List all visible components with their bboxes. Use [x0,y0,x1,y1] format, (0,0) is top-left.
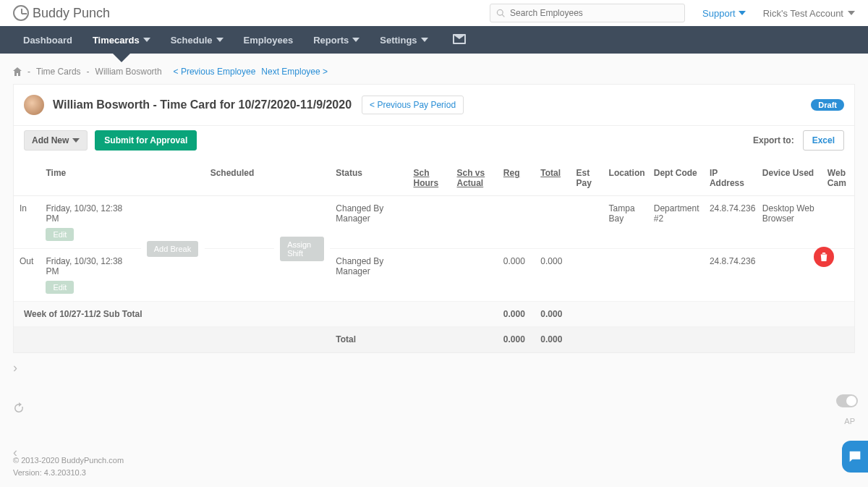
edit-button[interactable]: Edit [46,281,74,294]
breadcrumb-employee: William Bosworth [95,67,162,77]
chat-button[interactable] [842,441,868,473]
submit-for-approval-button[interactable]: Submit for Approval [95,130,197,151]
top-right: Support Rick's Test Account [490,4,855,22]
prev-pay-period-button[interactable]: < Previous Pay Period [362,96,464,114]
subtotal-row: Week of 10/27-11/2 Sub Total 0.000 0.000 [14,302,854,327]
cell-sch-hours [408,249,451,302]
add-new-button[interactable]: Add New [24,130,88,151]
export-zone: Export to: Excel [753,130,844,151]
col-header-blank [274,161,330,196]
chevron-down-icon [421,38,428,42]
nav-schedule[interactable]: Schedule [161,26,234,54]
cell-time: Friday, 10/30, 12:38 PM Edit [40,196,140,249]
col-header-ip[interactable]: IP Address [704,161,757,196]
cell-status: Changed By Manager [330,196,407,249]
search-box[interactable] [490,4,685,22]
chevron-down-icon [352,38,359,42]
subtotal-reg: 0.000 [498,302,535,327]
nav-mail[interactable] [453,34,466,46]
col-header-sch-hours[interactable]: Sch Hours [408,161,451,196]
cell-location [603,249,648,302]
cell-sch-vs [451,196,498,249]
col-header-dept-code[interactable]: Dept Code [648,161,704,196]
col-header-blank [141,161,205,196]
refresh-icon[interactable] [13,402,25,416]
col-header-time[interactable]: Time [40,161,140,196]
envelope-icon [453,34,466,44]
chat-icon [847,449,863,465]
account-link[interactable]: Rick's Test Account [763,8,855,19]
cell-scheduled [205,249,274,302]
cell-io: In [14,196,40,249]
col-header-device[interactable]: Device Used [757,161,822,196]
cell-ip: 24.8.74.236 [704,249,757,302]
export-excel-button[interactable]: Excel [803,130,844,151]
export-label: Export to: [753,135,794,145]
cell-assign-shift: Assign Shift [274,196,330,302]
prev-employee-link[interactable]: < Previous Employee [174,67,256,77]
col-header-status[interactable]: Status [330,161,407,196]
trash-icon [820,253,828,261]
timecard-card: William Bosworth - Time Card for 10/27/2… [13,84,855,353]
table-row: Out Friday, 10/30, 12:38 PM Edit Changed… [14,249,854,302]
timecard-table: Time Scheduled Status Sch Hours Sch vs A… [14,161,854,352]
add-new-label: Add New [32,135,69,145]
col-header-total[interactable]: Total [535,161,570,196]
account-label: Rick's Test Account [763,8,843,19]
toggle-switch[interactable] [836,394,858,407]
chevron-down-icon [216,38,224,42]
nav-dashboard[interactable]: Dashboard [13,26,82,54]
nav-employees[interactable]: Employees [234,26,304,54]
chevron-down-icon [848,11,855,15]
logo[interactable]: Buddy Punch [13,5,110,21]
cell-dept: Department #2 [648,196,704,249]
cell-total: 0.000 [535,249,570,302]
nav-timecards[interactable]: Timecards [82,26,161,54]
ap-badge: AP [844,417,855,425]
col-header-est-pay[interactable]: Est Pay [571,161,603,196]
chevron-down-icon [143,38,150,42]
nav-settings[interactable]: Settings [370,26,438,54]
home-icon[interactable] [13,67,22,76]
cell-location: Tampa Bay [603,196,648,249]
clock-icon [13,5,29,21]
cell-sch-hours [408,196,451,249]
col-header-sch-vs-actual[interactable]: Sch vs Actual [451,161,498,196]
assign-shift-button[interactable]: Assign Shift [280,237,324,261]
delete-button[interactable] [814,247,834,267]
nav-label: Timecards [93,35,140,46]
breadcrumb: - Time Cards - William Bosworth < Previo… [0,54,868,84]
page-title: William Bosworth - Time Card for 10/27/2… [53,98,352,111]
cell-reg: 0.000 [498,249,535,302]
status-badge: Draft [811,99,844,111]
col-header-location[interactable]: Location [603,161,648,196]
next-employee-link[interactable]: Next Employee > [261,67,328,77]
cell-add-break: Add Break [141,196,205,302]
col-header-scheduled[interactable]: Scheduled [205,161,274,196]
col-header-io [14,161,40,196]
toolbar: Add New Submit for Approval Export to: E… [14,126,854,161]
logo-text-punch: Punch [73,6,110,21]
expand-icon[interactable]: › [13,360,17,376]
support-link[interactable]: Support [702,8,746,19]
cell-sch-vs [451,249,498,302]
nav-label: Reports [313,35,349,46]
footer-copyright: © 2013-2020 BuddyPunch.com [13,454,124,467]
chevron-down-icon [72,138,80,143]
col-header-reg[interactable]: Reg [498,161,535,196]
top-header: Buddy Punch Support Rick's Test Account [0,0,868,26]
search-input[interactable] [510,8,676,18]
nav-reports[interactable]: Reports [303,26,370,54]
cell-time: Friday, 10/30, 12:38 PM Edit [40,249,140,302]
cell-status: Changed By Manager [330,249,407,302]
time-text: Friday, 10/30, 12:38 PM [46,256,122,276]
add-break-button[interactable]: Add Break [147,241,198,257]
col-header-web-cam[interactable]: Web Cam [822,161,854,196]
total-reg: 0.000 [498,327,535,352]
avatar [24,95,44,115]
edit-button[interactable]: Edit [46,228,74,241]
total-label: Total [330,327,407,352]
cell-cam [822,196,854,249]
total-row: Total 0.000 0.000 [14,327,854,352]
chevron-down-icon [739,11,746,15]
